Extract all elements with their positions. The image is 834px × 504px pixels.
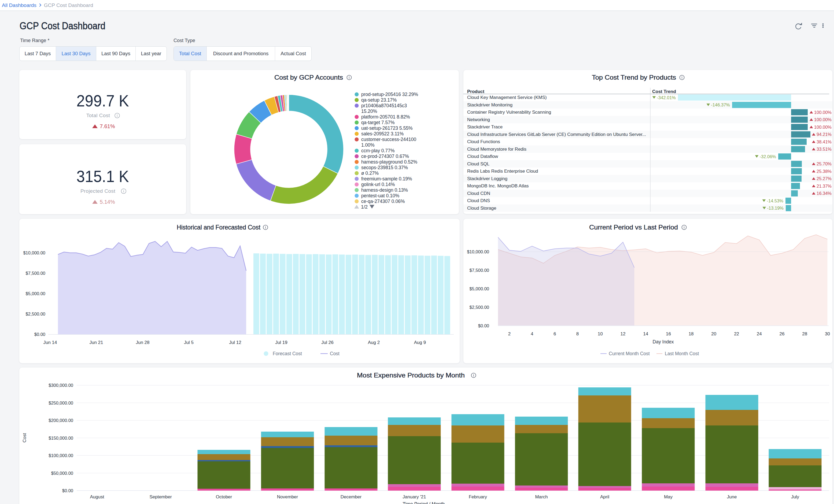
svg-text:Cloud Memorystore for Redis: Cloud Memorystore for Redis — [467, 147, 526, 152]
svg-text:$150,000.00: $150,000.00 — [48, 436, 73, 440]
svg-text:-32.06%: -32.06% — [760, 154, 776, 159]
svg-text:$200,000.00: $200,000.00 — [48, 418, 73, 423]
svg-text:December: December — [341, 494, 362, 500]
svg-text:$10,000.00: $10,000.00 — [467, 249, 489, 254]
svg-text:June: June — [727, 494, 737, 500]
svg-text:Current Month Cost: Current Month Cost — [609, 351, 650, 356]
svg-text:Cost: Cost — [330, 351, 339, 356]
svg-text:$50,000.00: $50,000.00 — [51, 471, 73, 476]
svg-text:platform-205701 8.82%: platform-205701 8.82% — [361, 114, 410, 119]
svg-text:Aug 2: Aug 2 — [368, 340, 380, 345]
svg-text:Cost by GCP Accounts: Cost by GCP Accounts — [275, 74, 343, 81]
svg-text:$5,000.00: $5,000.00 — [469, 286, 489, 291]
svg-text:Top Cost Trend by Products: Top Cost Trend by Products — [592, 74, 676, 81]
svg-text:secops-239815 0.37%: secops-239815 0.37% — [361, 165, 408, 170]
svg-text:25.38%: 25.38% — [817, 169, 832, 174]
svg-text:sales-209522 3.11%: sales-209522 3.11% — [361, 131, 403, 136]
svg-text:$250,000.00: $250,000.00 — [48, 400, 73, 406]
svg-text:26: 26 — [780, 331, 785, 336]
svg-text:Stackdriver Trace: Stackdriver Trace — [467, 124, 503, 130]
svg-text:Last Month Cost: Last Month Cost — [665, 351, 699, 356]
svg-text:Networking: Networking — [467, 117, 490, 122]
svg-text:33.51%: 33.51% — [817, 147, 832, 151]
svg-text:$2,500.00: $2,500.00 — [469, 305, 489, 310]
svg-text:Product: Product — [467, 89, 485, 94]
svg-text:Forecast Cost: Forecast Cost — [273, 351, 302, 356]
svg-text:golink-url 0.14%: golink-url 0.14% — [361, 182, 395, 187]
svg-text:harness-design 0.13%: harness-design 0.13% — [361, 188, 408, 193]
svg-text:October: October — [216, 494, 232, 500]
svg-text:GCP Cost Dashboard: GCP Cost Dashboard — [20, 20, 105, 31]
svg-text:Cloud Dataflow: Cloud Dataflow — [467, 154, 498, 159]
svg-text:$0.00: $0.00 — [478, 323, 489, 328]
svg-text:315.1 K: 315.1 K — [76, 167, 129, 185]
svg-text:28: 28 — [802, 331, 807, 336]
svg-text:Container Registry Vulnerabili: Container Registry Vulnerability Scannin… — [467, 110, 551, 115]
svg-text:qa-setup 23.17%: qa-setup 23.17% — [361, 97, 397, 103]
svg-text:2: 2 — [508, 331, 511, 336]
svg-text:Jul 26: Jul 26 — [321, 340, 333, 345]
svg-text:14: 14 — [643, 331, 648, 336]
svg-text:$7,500.00: $7,500.00 — [469, 268, 489, 272]
svg-text:24: 24 — [757, 331, 762, 336]
svg-text:16: 16 — [666, 331, 671, 336]
svg-text:299.7 K: 299.7 K — [76, 92, 129, 110]
svg-text:Total Cost: Total Cost — [86, 113, 110, 118]
svg-text:ø 0.27%: ø 0.27% — [361, 171, 379, 176]
svg-text:freemium-sample 0.19%: freemium-sample 0.19% — [361, 176, 412, 181]
svg-text:March: March — [535, 494, 548, 500]
svg-text:20: 20 — [711, 331, 716, 336]
svg-text:100.00%: 100.00% — [814, 110, 832, 115]
svg-text:prod-setup-205416 32.29%: prod-setup-205416 32.29% — [361, 92, 418, 97]
svg-text:12: 12 — [620, 331, 626, 336]
svg-text:8: 8 — [576, 331, 579, 336]
svg-text:30: 30 — [825, 331, 830, 336]
svg-text:-14.53%: -14.53% — [767, 198, 784, 203]
svg-text:February: February — [469, 494, 487, 500]
svg-text:harness-playground 0.52%: harness-playground 0.52% — [361, 159, 417, 165]
svg-text:uat-setup-261723 5.55%: uat-setup-261723 5.55% — [361, 126, 413, 131]
svg-text:$0.00: $0.00 — [62, 488, 73, 493]
svg-text:$0.00: $0.00 — [34, 332, 45, 337]
svg-text:-13.19%: -13.19% — [767, 205, 784, 211]
svg-text:Redis Labs Redis Enterprise Cl: Redis Labs Redis Enterprise Cloud — [467, 169, 538, 174]
svg-text:qa-target 7.57%: qa-target 7.57% — [361, 120, 395, 125]
svg-text:customer-success-244100: customer-success-244100 — [361, 137, 416, 142]
svg-text:4: 4 — [531, 331, 533, 336]
svg-text:ce-qa-274307 0.06%: ce-qa-274307 0.06% — [361, 199, 405, 204]
svg-text:August: August — [90, 494, 104, 500]
svg-text:15.20%: 15.20% — [361, 109, 377, 114]
svg-text:Cloud Infrastructure Services: Cloud Infrastructure Services GitLab Ser… — [467, 132, 646, 137]
svg-text:Cost Trend: Cost Trend — [652, 89, 676, 94]
svg-text:Cloud SQL: Cloud SQL — [467, 161, 489, 167]
svg-text:Aug 9: Aug 9 — [414, 340, 426, 345]
svg-text:7.61%: 7.61% — [100, 123, 115, 129]
svg-text:1.00%: 1.00% — [361, 143, 375, 148]
svg-text:-146.37%: -146.37% — [711, 103, 730, 107]
svg-text:100.00%: 100.00% — [814, 125, 832, 130]
svg-text:-342.01%: -342.01% — [657, 95, 676, 100]
svg-text:100.00%: 100.00% — [814, 117, 832, 122]
svg-text:Cost: Cost — [22, 433, 27, 442]
svg-text:$10,000.00: $10,000.00 — [23, 250, 45, 255]
svg-text:Jun 14: Jun 14 — [43, 340, 57, 345]
svg-text:5.14%: 5.14% — [100, 199, 115, 205]
svg-text:$100,000.00: $100,000.00 — [48, 453, 73, 458]
svg-text:Day Index: Day Index — [653, 339, 674, 345]
svg-text:ce-prod-274307 0.67%: ce-prod-274307 0.67% — [361, 154, 409, 159]
svg-text:Jul 5: Jul 5 — [184, 340, 194, 345]
svg-text:$300,000.00: $300,000.00 — [48, 383, 73, 388]
svg-text:$2,500.00: $2,500.00 — [26, 311, 45, 316]
svg-text:25.70%: 25.70% — [817, 161, 832, 166]
svg-text:Stackdriver Monitoring: Stackdriver Monitoring — [467, 103, 512, 108]
svg-text:94.21%: 94.21% — [817, 132, 832, 137]
svg-text:pr10406a87045145c3: pr10406a87045145c3 — [361, 103, 407, 108]
svg-text:April: April — [600, 494, 609, 500]
svg-text:$5,000.00: $5,000.00 — [26, 291, 45, 296]
svg-text:10: 10 — [598, 331, 603, 336]
svg-text:25.27%: 25.27% — [817, 176, 832, 181]
svg-text:21.37%: 21.37% — [817, 184, 832, 189]
svg-text:$7,500.00: $7,500.00 — [26, 271, 45, 276]
svg-text:Projected Cost: Projected Cost — [81, 188, 115, 194]
svg-text:Cloud CDN: Cloud CDN — [467, 191, 490, 196]
